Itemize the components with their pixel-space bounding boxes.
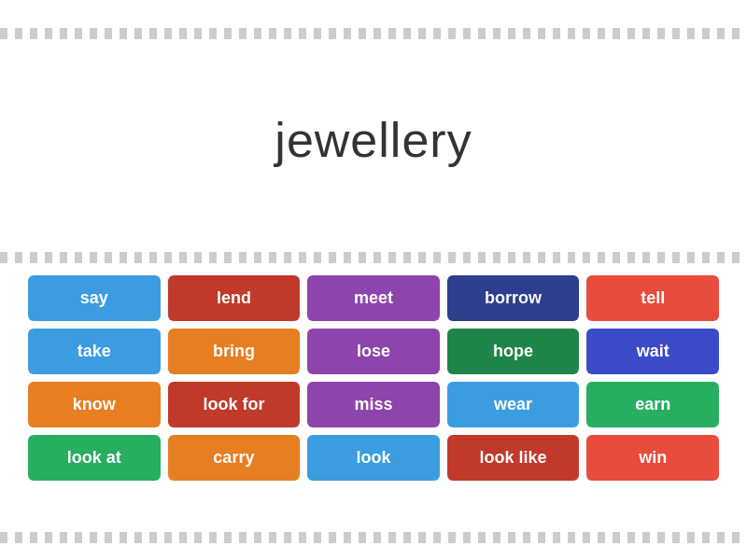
word-button-meet[interactable]: meet (307, 275, 440, 321)
word-button-take[interactable]: take (28, 329, 161, 374)
title-area: jewellery (0, 112, 747, 168)
word-button-lend[interactable]: lend (168, 275, 301, 321)
word-button-look-at[interactable]: look at (28, 435, 161, 481)
word-button-look-like[interactable]: look like (447, 435, 580, 481)
word-button-know[interactable]: know (28, 382, 161, 427)
dashed-border-mid (0, 252, 747, 263)
word-button-earn[interactable]: earn (586, 382, 719, 427)
word-button-wear[interactable]: wear (447, 382, 580, 427)
word-button-look-for[interactable]: look for (168, 382, 301, 427)
word-button-lose[interactable]: lose (307, 329, 440, 374)
word-button-win[interactable]: win (586, 435, 719, 481)
word-button-wait[interactable]: wait (586, 329, 719, 374)
word-button-miss[interactable]: miss (307, 382, 440, 427)
word-button-tell[interactable]: tell (586, 275, 719, 321)
word-button-bring[interactable]: bring (168, 329, 301, 374)
page-title: jewellery (0, 112, 747, 168)
dashed-border-bot (0, 532, 747, 543)
word-button-look[interactable]: look (307, 435, 440, 481)
word-button-say[interactable]: say (28, 275, 161, 321)
dashed-border-top (0, 28, 747, 39)
word-button-carry[interactable]: carry (168, 435, 301, 481)
word-button-borrow[interactable]: borrow (447, 275, 580, 321)
words-grid: saylendmeetborrowtelltakebringlosehopewa… (28, 275, 719, 481)
word-button-hope[interactable]: hope (447, 329, 580, 374)
